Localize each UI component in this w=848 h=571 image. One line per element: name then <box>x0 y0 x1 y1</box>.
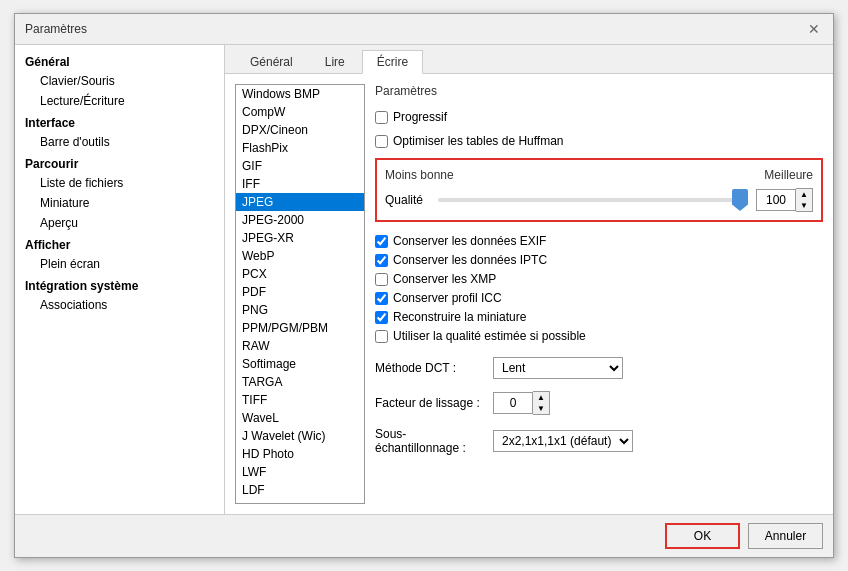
sidebar-item-clavier-souris[interactable]: Clavier/Souris <box>15 71 224 91</box>
progressif-label: Progressif <box>393 110 447 124</box>
checkbox-2[interactable] <box>375 273 388 286</box>
checkbox-row-0: Conserver les données EXIF <box>375 234 823 248</box>
sidebar-section-parcourir: Parcourir <box>15 152 224 173</box>
format-item-iff[interactable]: IFF <box>236 175 364 193</box>
cancel-button[interactable]: Annuler <box>748 523 823 549</box>
format-item-pcx[interactable]: PCX <box>236 265 364 283</box>
dct-dropdown[interactable]: Lent Rapide Float <box>493 357 623 379</box>
quality-box: Moins bonne Meilleure Qualité 100 <box>375 158 823 222</box>
sidebar: GénéralClavier/SourisLecture/ÉcritureInt… <box>15 45 225 514</box>
format-item-png[interactable]: PNG <box>236 301 364 319</box>
huffman-checkbox[interactable] <box>375 135 388 148</box>
options-section: Conserver les données EXIFConserver les … <box>375 234 823 345</box>
format-item-targa[interactable]: TARGA <box>236 373 364 391</box>
format-item-webp[interactable]: WebP <box>236 247 364 265</box>
tab-general[interactable]: Général <box>235 50 308 73</box>
checkbox-5[interactable] <box>375 330 388 343</box>
format-item-ldf-jpm[interactable]: LDF.jpm <box>236 499 364 504</box>
format-item-j-wavelet--wic-[interactable]: J Wavelet (Wic) <box>236 427 364 445</box>
format-item-wavel[interactable]: WaveL <box>236 409 364 427</box>
format-list[interactable]: Windows BMPCompWDPX/CineonFlashPixGIFIFF… <box>235 84 365 504</box>
sidebar-section-interface: Interface <box>15 111 224 132</box>
format-item-flashpix[interactable]: FlashPix <box>236 139 364 157</box>
tab-ecrire[interactable]: Écrire <box>362 50 423 74</box>
ok-button[interactable]: OK <box>665 523 740 549</box>
checkbox-label-1: Conserver les données IPTC <box>393 253 547 267</box>
format-item-jpeg-2000[interactable]: JPEG-2000 <box>236 211 364 229</box>
tab-content-ecrire: Windows BMPCompWDPX/CineonFlashPixGIFIFF… <box>225 74 833 514</box>
smooth-spinbox-up[interactable]: ▲ <box>533 392 549 403</box>
dialog-footer: OK Annuler <box>15 514 833 557</box>
sidebar-item-aperçu[interactable]: Aperçu <box>15 213 224 233</box>
sidebar-item-associations[interactable]: Associations <box>15 295 224 315</box>
quality-row: Qualité 100 ▲ ▼ <box>385 188 813 212</box>
subsample-label: Sous-échantillonnage : <box>375 427 485 455</box>
tab-lire[interactable]: Lire <box>310 50 360 73</box>
huffman-label: Optimiser les tables de Huffman <box>393 134 564 148</box>
smooth-row: Facteur de lissage : ▲ ▼ <box>375 391 823 415</box>
params-panel: Paramètres Progressif Optimiser les tabl… <box>375 84 823 504</box>
format-item-ldf[interactable]: LDF <box>236 481 364 499</box>
quality-label: Qualité <box>385 193 430 207</box>
checkbox-row-2: Conserver les XMP <box>375 272 823 286</box>
smooth-spinbox-input[interactable] <box>493 392 533 414</box>
checkbox-label-4: Reconstruire la miniature <box>393 310 526 324</box>
checkbox-row-3: Conserver profil ICC <box>375 291 823 305</box>
checkbox-row-4: Reconstruire la miniature <box>375 310 823 324</box>
spinbox-down[interactable]: ▼ <box>796 200 812 211</box>
checkbox-1[interactable] <box>375 254 388 267</box>
checkbox-4[interactable] <box>375 311 388 324</box>
dct-row: Méthode DCT : Lent Rapide Float <box>375 357 823 379</box>
smooth-spinbox: ▲ ▼ <box>493 391 550 415</box>
sidebar-item-miniature[interactable]: Miniature <box>15 193 224 213</box>
checkbox-label-5: Utiliser la qualité estimée si possible <box>393 329 586 343</box>
checkbox-label-2: Conserver les XMP <box>393 272 496 286</box>
format-item-ppm-pgm-pbm[interactable]: PPM/PGM/PBM <box>236 319 364 337</box>
format-list-container: Windows BMPCompWDPX/CineonFlashPixGIFIFF… <box>235 84 365 504</box>
format-item-raw[interactable]: RAW <box>236 337 364 355</box>
sidebar-section-afficher: Afficher <box>15 233 224 254</box>
sidebar-item-liste-de-fichiers[interactable]: Liste de fichiers <box>15 173 224 193</box>
tabs-bar: Général Lire Écrire <box>225 45 833 74</box>
checkbox-3[interactable] <box>375 292 388 305</box>
format-item-windows-bmp[interactable]: Windows BMP <box>236 85 364 103</box>
dialog-body: GénéralClavier/SourisLecture/ÉcritureInt… <box>15 45 833 514</box>
spinbox-up[interactable]: ▲ <box>796 189 812 200</box>
smooth-spinbox-buttons: ▲ ▼ <box>533 391 550 415</box>
format-item-tiff[interactable]: TIFF <box>236 391 364 409</box>
format-item-jpeg[interactable]: JPEG <box>236 193 364 211</box>
format-item-lwf[interactable]: LWF <box>236 463 364 481</box>
checkbox-0[interactable] <box>375 235 388 248</box>
quality-spinbox: 100 ▲ ▼ <box>756 188 813 212</box>
quality-spinbox-input[interactable]: 100 <box>756 189 796 211</box>
spinbox-buttons: ▲ ▼ <box>796 188 813 212</box>
smooth-spinbox-down[interactable]: ▼ <box>533 403 549 414</box>
slider-container <box>438 190 748 210</box>
huffman-row: Optimiser les tables de Huffman <box>375 134 823 148</box>
format-item-compw[interactable]: CompW <box>236 103 364 121</box>
close-button[interactable]: ✕ <box>805 20 823 38</box>
sidebar-section-général: Général <box>15 50 224 71</box>
subsample-row: Sous-échantillonnage : 2x2,1x1,1x1 (défa… <box>375 427 823 455</box>
dialog-title: Paramètres <box>25 22 87 36</box>
format-item-jpeg-xr[interactable]: JPEG-XR <box>236 229 364 247</box>
format-item-hd-photo[interactable]: HD Photo <box>236 445 364 463</box>
sidebar-item-barre-d'outils[interactable]: Barre d'outils <box>15 132 224 152</box>
dct-label: Méthode DCT : <box>375 361 485 375</box>
checkbox-label-0: Conserver les données EXIF <box>393 234 546 248</box>
format-item-pdf[interactable]: PDF <box>236 283 364 301</box>
quality-header: Moins bonne Meilleure <box>385 168 813 182</box>
sidebar-item-lecture-écriture[interactable]: Lecture/Écriture <box>15 91 224 111</box>
format-item-softimage[interactable]: Softimage <box>236 355 364 373</box>
subsample-dropdown[interactable]: 2x2,1x1,1x1 (défaut) 1x1,1x1,1x1 2x1,1x1… <box>493 430 633 452</box>
dialog: Paramètres ✕ GénéralClavier/SourisLectur… <box>14 13 834 558</box>
checkbox-row-1: Conserver les données IPTC <box>375 253 823 267</box>
quality-slider[interactable] <box>438 198 748 202</box>
moins-bonne-label: Moins bonne <box>385 168 454 182</box>
progressif-checkbox[interactable] <box>375 111 388 124</box>
main-content: Général Lire Écrire Windows BMPCompWDPX/… <box>225 45 833 514</box>
sidebar-item-plein-écran[interactable]: Plein écran <box>15 254 224 274</box>
checkbox-row-5: Utiliser la qualité estimée si possible <box>375 329 823 343</box>
format-item-gif[interactable]: GIF <box>236 157 364 175</box>
format-item-dpx-cineon[interactable]: DPX/Cineon <box>236 121 364 139</box>
